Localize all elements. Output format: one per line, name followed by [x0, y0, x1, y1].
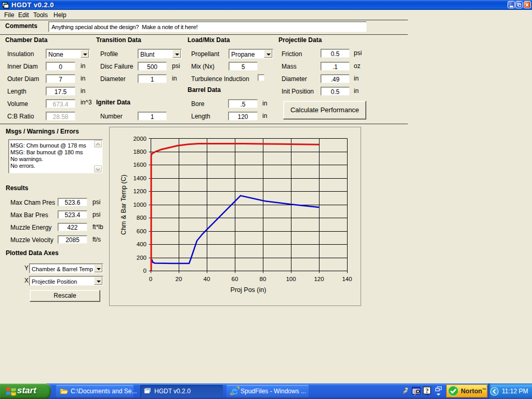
- svg-text:1000: 1000: [133, 202, 147, 208]
- svg-text:1400: 1400: [133, 175, 147, 181]
- svg-text:2000: 2000: [133, 136, 147, 142]
- svg-text:1800: 1800: [133, 149, 147, 155]
- svg-text:120: 120: [314, 276, 324, 282]
- svg-text:800: 800: [137, 215, 147, 221]
- svg-text:40: 40: [204, 276, 210, 282]
- svg-text:1600: 1600: [133, 162, 147, 168]
- svg-text:140: 140: [342, 276, 352, 282]
- svg-text:20: 20: [176, 276, 182, 282]
- svg-text:1200: 1200: [133, 188, 147, 194]
- svg-text:400: 400: [137, 241, 147, 247]
- svg-text:Proj Pos (in): Proj Pos (in): [231, 286, 267, 294]
- svg-text:600: 600: [137, 228, 147, 234]
- svg-text:80: 80: [260, 276, 267, 282]
- svg-text:100: 100: [286, 276, 296, 282]
- svg-text:60: 60: [232, 276, 238, 282]
- svg-text:200: 200: [137, 255, 147, 261]
- svg-text:?: ?: [425, 387, 429, 394]
- svg-text:0: 0: [149, 276, 152, 282]
- svg-text:0: 0: [143, 268, 147, 274]
- svg-text:Chm & Bar Temp (C): Chm & Bar Temp (C): [120, 175, 127, 235]
